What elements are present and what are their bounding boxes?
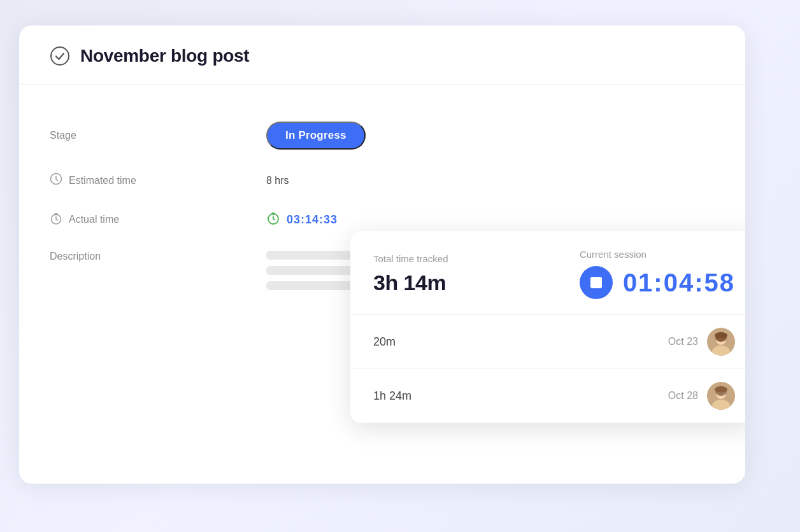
card-content: Stage In Progress Estimated time 8 hrs [19, 85, 745, 327]
total-time-section: Total time tracked 3h 14m [373, 253, 448, 295]
tracker-header: Total time tracked 3h 14m Current sessio… [350, 231, 745, 315]
svg-point-0 [51, 47, 69, 65]
page-title: November blog post [80, 46, 249, 66]
total-time-value: 3h 14m [373, 270, 448, 295]
clock-icon [50, 172, 62, 188]
stage-badge-button[interactable]: In Progress [266, 122, 366, 150]
estimated-time-row: Estimated time 8 hrs [50, 161, 715, 200]
actual-label: Actual time [69, 214, 119, 225]
check-circle-icon [50, 46, 70, 66]
svg-point-13 [715, 386, 727, 393]
description-label-wrapper: Description [50, 251, 266, 262]
timer-green-icon [266, 211, 280, 228]
main-card: November blog post Stage In Progress Est… [19, 25, 745, 484]
stopwatch-icon [50, 212, 62, 228]
estimated-label: Estimated time [69, 175, 136, 186]
session-1-duration: 20m [373, 335, 396, 349]
actual-time-value: 03:14:33 [287, 213, 338, 227]
description-label: Description [50, 251, 101, 262]
session-2-meta: Oct 28 [668, 382, 735, 410]
estimated-label-wrapper: Estimated time [50, 172, 266, 188]
current-session-label: Current session [580, 249, 735, 260]
card-header: November blog post [19, 25, 745, 85]
current-session-display: 01:04:58 [580, 266, 735, 299]
estimated-time-value: 8 hrs [266, 175, 289, 186]
session-2-duration: 1h 24m [373, 389, 411, 403]
actual-time-display: 03:14:33 [266, 211, 338, 228]
session-2-avatar [707, 382, 735, 410]
session-1-date: Oct 23 [668, 336, 698, 347]
stage-label-wrapper: Stage [50, 130, 266, 141]
current-session-section: Current session 01:04:58 [580, 249, 735, 299]
total-time-label: Total time tracked [373, 253, 448, 264]
actual-label-wrapper: Actual time [50, 212, 266, 228]
time-tracker-popup: Total time tracked 3h 14m Current sessio… [350, 231, 745, 423]
session-2-date: Oct 28 [668, 390, 698, 402]
session-1-meta: Oct 23 [668, 328, 735, 356]
stop-timer-button[interactable] [580, 266, 613, 299]
session-1-avatar [707, 328, 735, 356]
stage-row: Stage In Progress [50, 110, 715, 161]
session-time-value: 01:04:58 [623, 269, 735, 297]
stop-icon [590, 277, 602, 288]
stage-label: Stage [50, 130, 76, 141]
session-log-row-2: 1h 24m Oct 28 [350, 369, 745, 423]
session-log-row: 20m Oct 23 [350, 315, 745, 369]
svg-point-8 [715, 332, 727, 339]
